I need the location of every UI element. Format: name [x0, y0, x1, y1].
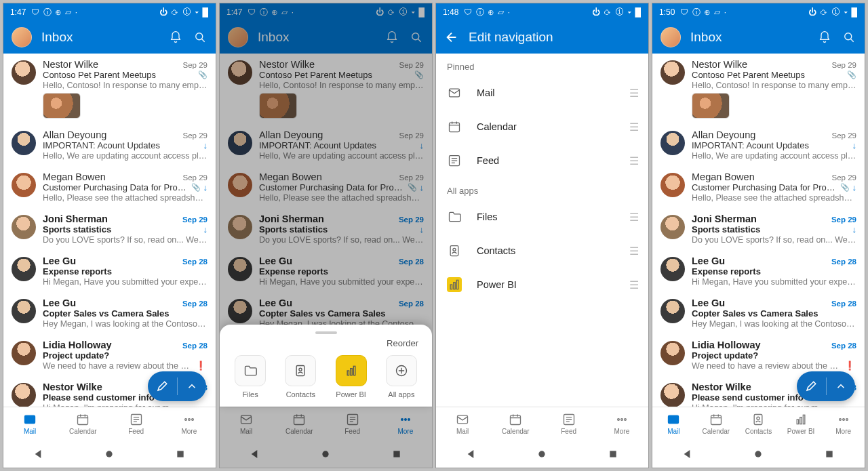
editnav-row-calendar[interactable]: Calendar☰ — [436, 110, 648, 144]
search-icon[interactable] — [193, 30, 208, 45]
back-icon[interactable] — [466, 449, 477, 459]
nav-power-bi[interactable]: Power BI — [780, 407, 823, 441]
editnav-row-files[interactable]: Files☰ — [436, 200, 648, 234]
nav-feed[interactable]: Feed — [110, 407, 163, 441]
recent-icon[interactable] — [824, 449, 835, 459]
editnav-row-feed[interactable]: Feed☰ — [436, 144, 648, 178]
email-item[interactable]: Lee GuSep 28Copter Sales vs Camera Sales… — [652, 292, 865, 334]
nav-calendar[interactable]: Calendar — [273, 407, 326, 441]
header-title[interactable]: Inbox — [690, 30, 722, 45]
email-item[interactable]: Megan BowenSep 29Customer Purchasing Dat… — [652, 166, 865, 208]
nav-calendar[interactable]: Calendar — [489, 407, 542, 441]
email-item[interactable]: Megan BowenSep 29Customer Purchasing Dat… — [220, 166, 432, 208]
email-preview: Hey Megan, I was looking at the Contoso … — [692, 319, 856, 329]
edit-nav-list[interactable]: Pinned Mail☰Calendar☰Feed☰ All apps File… — [436, 54, 648, 407]
account-avatar[interactable] — [228, 27, 248, 47]
nav-mail[interactable]: Mail — [3, 407, 56, 441]
email-item[interactable]: Lidia HollowaySep 28Project update?We ne… — [652, 334, 865, 376]
email-item[interactable]: Lee GuSep 28Expense reportsHi Megan, Hav… — [3, 250, 216, 292]
drag-grip-icon[interactable]: ☰ — [629, 245, 637, 258]
nav-mail[interactable]: Mail — [220, 407, 273, 441]
nav-row-label: Power BI — [477, 279, 517, 290]
sheet-item-contacts[interactable]: Contacts — [285, 355, 316, 398]
account-avatar[interactable] — [12, 27, 32, 47]
app-tile[interactable] — [235, 355, 266, 386]
email-item[interactable]: Joni ShermanSep 29Sports statistics↓Do y… — [652, 208, 865, 250]
nav-calendar[interactable]: Calendar — [56, 407, 109, 441]
compose-fab[interactable] — [797, 371, 855, 401]
search-icon[interactable] — [842, 30, 856, 45]
nav-mail[interactable]: Mail — [652, 407, 695, 441]
email-item[interactable]: Joni ShermanSep 29Sports statistics↓Do y… — [220, 208, 432, 250]
recent-icon[interactable] — [608, 449, 618, 459]
email-item[interactable]: Lee GuSep 28Copter Sales vs Camera Sales… — [3, 292, 216, 334]
email-list[interactable]: Nestor WilkeSep 29Contoso Pet Parent Mee… — [3, 54, 216, 407]
bell-icon[interactable] — [817, 30, 832, 45]
nav-contacts[interactable]: Contacts — [737, 407, 780, 441]
header-title[interactable]: Inbox — [41, 30, 73, 45]
header-title[interactable]: Inbox — [258, 30, 289, 45]
app-tile[interactable] — [285, 355, 316, 386]
reorder-link[interactable]: Reorder — [225, 338, 427, 352]
nav-more[interactable]: More — [822, 407, 865, 441]
email-list[interactable]: Nestor WilkeSep 29Contoso Pet Parent Mee… — [652, 54, 865, 407]
nav-mail[interactable]: Mail — [436, 407, 489, 441]
nav-row-label: Calendar — [477, 121, 517, 132]
search-icon[interactable] — [409, 30, 424, 45]
drag-handle[interactable] — [315, 331, 337, 334]
email-item[interactable]: Megan BowenSep 29Customer Purchasing Dat… — [3, 166, 216, 208]
app-tile[interactable] — [336, 355, 367, 386]
recent-icon[interactable] — [175, 449, 186, 459]
email-item[interactable]: Joni ShermanSep 29Sports statistics↓Do y… — [3, 208, 216, 250]
back-icon[interactable] — [33, 449, 44, 459]
attachment-thumb[interactable] — [259, 93, 297, 119]
attachment-thumb[interactable] — [692, 93, 730, 119]
bell-icon[interactable] — [384, 30, 399, 45]
drag-grip-icon[interactable]: ☰ — [629, 279, 637, 291]
sheet-item-files[interactable]: Files — [235, 355, 266, 398]
attachment-thumb[interactable] — [43, 93, 81, 119]
bell-icon[interactable] — [168, 30, 183, 45]
nav-label: More — [181, 428, 197, 435]
nav-more[interactable]: More — [379, 407, 432, 441]
email-item[interactable]: Lee GuSep 28Expense reportsHi Megan, Hav… — [652, 250, 865, 292]
sheet-item-all-apps[interactable]: All apps — [386, 355, 417, 398]
drag-grip-icon[interactable]: ☰ — [629, 121, 637, 134]
drag-grip-icon[interactable]: ☰ — [629, 87, 637, 100]
home-icon[interactable] — [104, 449, 115, 459]
back-icon[interactable] — [682, 449, 693, 459]
nav-more[interactable]: More — [595, 407, 648, 441]
editnav-row-contacts[interactable]: Contacts☰ — [436, 234, 648, 268]
email-item[interactable]: Allan DeyoungSep 29IMPORTANT: Acount Upd… — [652, 124, 865, 166]
home-icon[interactable] — [536, 449, 547, 459]
email-preview: Hi Megan, Have you submitted your expens… — [692, 277, 856, 287]
email-item[interactable]: Allan DeyoungSep 29IMPORTANT: Acount Upd… — [3, 124, 216, 166]
email-date: Sep 29 — [183, 173, 208, 182]
email-item[interactable]: Nestor WilkeSep 29Contoso Pet Parent Mee… — [220, 54, 432, 124]
account-avatar[interactable] — [660, 27, 681, 47]
email-item[interactable]: Nestor WilkeSep 29Contoso Pet Parent Mee… — [652, 54, 865, 124]
drag-grip-icon[interactable]: ☰ — [629, 155, 637, 167]
nav-more[interactable]: More — [163, 407, 216, 441]
home-icon[interactable] — [320, 449, 331, 459]
email-item[interactable]: Lee GuSep 28Expense reportsHi Megan, Hav… — [220, 250, 432, 292]
email-subject: Project update? — [43, 350, 208, 361]
nav-calendar[interactable]: Calendar — [695, 407, 738, 441]
nav-feed[interactable]: Feed — [326, 407, 379, 441]
recent-icon[interactable] — [391, 449, 402, 459]
app-tile[interactable] — [386, 355, 417, 386]
email-item[interactable]: Lidia HollowaySep 28Project update?We ne… — [3, 334, 216, 376]
sender-name: Lee Gu — [259, 255, 292, 266]
editnav-row-power-bi[interactable]: Power BI☰ — [436, 268, 648, 302]
svg-point-49 — [842, 419, 844, 421]
editnav-row-mail[interactable]: Mail☰ — [436, 76, 648, 110]
back-icon[interactable] — [250, 449, 260, 459]
email-item[interactable]: Nestor WilkeSep 29Contoso Pet Parent Mee… — [3, 54, 216, 124]
home-icon[interactable] — [753, 449, 764, 459]
sheet-item-power-bi[interactable]: Power BI — [336, 355, 367, 398]
email-item[interactable]: Allan DeyoungSep 29IMPORTANT: Acount Upd… — [220, 124, 432, 166]
back-button[interactable] — [444, 30, 459, 45]
drag-grip-icon[interactable]: ☰ — [629, 211, 637, 224]
compose-fab[interactable] — [148, 371, 206, 401]
nav-feed[interactable]: Feed — [542, 407, 595, 441]
